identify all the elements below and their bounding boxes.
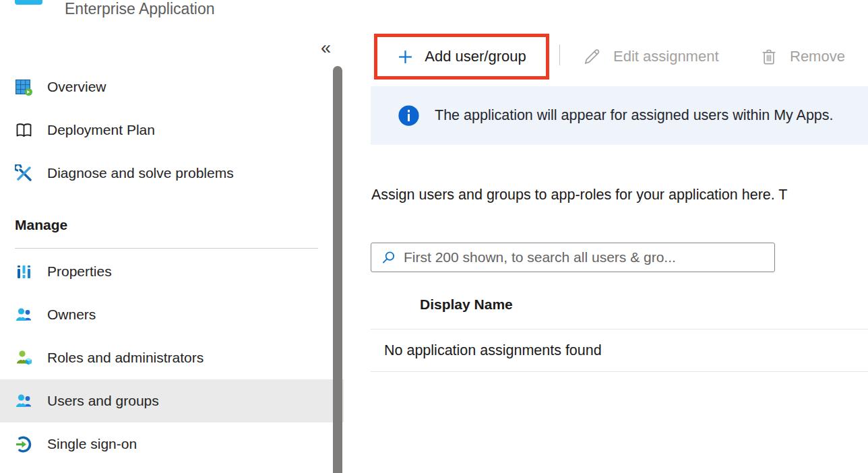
sidebar-item-label: Roles and administrators xyxy=(47,350,204,366)
app-type-label: Enterprise Application xyxy=(65,0,214,18)
app-logo-icon xyxy=(15,0,42,5)
info-icon xyxy=(398,104,420,127)
sidebar-item-label: Users and groups xyxy=(47,393,159,409)
people-icon xyxy=(15,392,33,410)
sidebar-item-single-sign-on[interactable]: Single sign-on xyxy=(0,422,344,466)
sidebar-item-label: Properties xyxy=(47,263,112,280)
sso-arrow-icon xyxy=(15,435,33,453)
search-icon xyxy=(381,250,396,265)
assign-description-text: Assign users and groups to app-roles for… xyxy=(371,187,868,207)
overview-grid-icon xyxy=(15,78,33,96)
info-banner: The application will appear for assigned… xyxy=(371,86,868,145)
sidebar-scrollbar[interactable] xyxy=(333,66,342,473)
sidebar-item-label: Diagnose and solve problems xyxy=(47,165,234,181)
search-box[interactable] xyxy=(371,243,775,272)
sidebar-item-label: Deployment Plan xyxy=(47,122,155,138)
toolbar-divider xyxy=(559,44,560,65)
pencil-icon xyxy=(581,46,602,67)
users-and-groups-page: Enterprise Application « Overview Deploy… xyxy=(0,0,868,473)
sidebar-section-divider xyxy=(15,248,318,249)
sidebar-item-diagnose[interactable]: Diagnose and solve problems xyxy=(0,152,344,195)
people-icon xyxy=(15,306,33,324)
column-header-display-name[interactable]: Display Name xyxy=(420,296,513,313)
add-user-group-label: Add user/group xyxy=(425,48,526,65)
search-input[interactable] xyxy=(404,249,774,265)
tools-icon xyxy=(15,164,33,183)
sidebar-item-users-and-groups[interactable]: Users and groups xyxy=(0,379,344,422)
sidebar-item-properties[interactable]: Properties xyxy=(0,250,344,293)
sidebar-item-overview[interactable]: Overview xyxy=(0,65,344,108)
sidebar-section-manage: Manage xyxy=(15,217,67,233)
table-header-divider xyxy=(371,329,868,329)
edit-assignment-label: Edit assignment xyxy=(613,48,719,65)
sidebar-item-label: Single sign-on xyxy=(47,436,137,452)
sidebar-item-label: Overview xyxy=(47,79,106,95)
sidebar-item-owners[interactable]: Owners xyxy=(0,293,344,336)
sidebar-item-deployment-plan[interactable]: Deployment Plan xyxy=(0,108,344,152)
sidebar-item-roles-administrators[interactable]: Roles and administrators xyxy=(0,336,344,379)
collapse-sidebar-icon[interactable]: « xyxy=(321,39,331,57)
trash-icon xyxy=(759,46,779,67)
sliders-icon xyxy=(15,263,33,281)
table-row-divider xyxy=(371,371,868,372)
empty-assignments-message: No application assignments found xyxy=(384,342,602,359)
add-user-group-button[interactable]: Add user/group xyxy=(374,34,549,80)
plus-icon xyxy=(397,49,414,65)
book-icon xyxy=(15,121,33,139)
person-cube-icon xyxy=(15,349,33,367)
sidebar-item-label: Owners xyxy=(47,307,96,323)
edit-assignment-button[interactable]: Edit assignment xyxy=(581,34,719,80)
remove-label: Remove xyxy=(790,48,845,65)
info-banner-text: The application will appear for assigned… xyxy=(435,107,834,124)
remove-button[interactable]: Remove xyxy=(759,34,845,80)
